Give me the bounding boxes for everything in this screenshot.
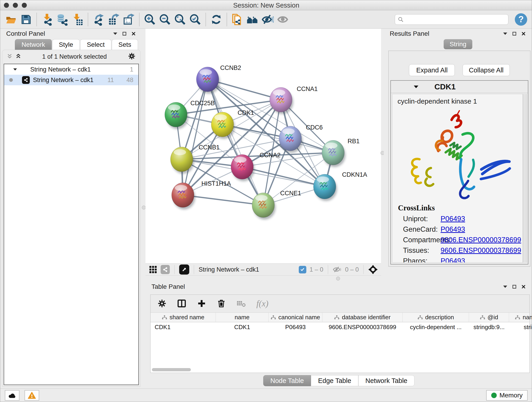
- control-panel-collapse-button[interactable]: [111, 30, 120, 37]
- network-collection-row[interactable]: String Network – cdk1 1: [4, 64, 138, 75]
- tab-network[interactable]: Network: [15, 39, 52, 50]
- home-layout-button[interactable]: [245, 12, 260, 27]
- save-session-button[interactable]: [19, 12, 34, 27]
- node-RB1[interactable]: [322, 140, 346, 167]
- node-CCNE1[interactable]: [252, 193, 276, 220]
- left-splitter[interactable]: [142, 29, 146, 389]
- memory-button[interactable]: Memory: [486, 390, 528, 401]
- edge[interactable]: [183, 100, 281, 195]
- open-folder-icon: [5, 13, 17, 26]
- export-table-button[interactable]: [106, 12, 121, 27]
- edge[interactable]: [183, 79, 208, 195]
- gene-collapse-caret[interactable]: [414, 85, 418, 88]
- table-cell[interactable]: cyclin-dependent ...: [403, 322, 469, 332]
- refresh-layout-button[interactable]: [209, 12, 224, 27]
- results-panel-float-button[interactable]: [510, 30, 519, 37]
- network-canvas[interactable]: CCNB2CCNA1CDC25BCDK1CDC6RB1CCNB1CCNA2CDK…: [146, 29, 381, 263]
- zoom-selected-button[interactable]: [188, 12, 203, 27]
- node-CCNA1[interactable]: [270, 87, 293, 114]
- column-header-database-identifier[interactable]: database identifier: [322, 313, 403, 322]
- gene-description: cyclin-dependent kinase 1: [393, 94, 523, 105]
- control-panel-float-button[interactable]: [120, 30, 129, 37]
- network-share-icon[interactable]: [161, 265, 170, 274]
- table-cell[interactable]: P06493: [268, 322, 322, 332]
- tab-edge-table[interactable]: Edge Table: [311, 375, 358, 386]
- table-cell[interactable]: stringdb: [509, 322, 532, 332]
- table-panel-collapse-button[interactable]: [500, 283, 510, 290]
- crosslink-link[interactable]: P06493: [441, 225, 465, 234]
- tab-node-table[interactable]: Node Table: [263, 375, 311, 386]
- import-network-database-button[interactable]: [55, 12, 70, 27]
- pan-crosshair-icon[interactable]: [368, 265, 378, 274]
- gene-entry-header[interactable]: CDK1: [391, 81, 528, 93]
- cloud-status-button[interactable]: [5, 390, 19, 401]
- show-columns-icon[interactable]: [177, 298, 187, 308]
- table-panel-float-button[interactable]: [510, 283, 519, 290]
- import-network-file-button[interactable]: [40, 12, 55, 27]
- node-CDKN1A[interactable]: [313, 174, 337, 201]
- selected-nodes-checkbox[interactable]: [299, 266, 306, 274]
- results-panel-collapse-button[interactable]: [500, 30, 510, 37]
- collection-expand-caret[interactable]: [13, 68, 17, 70]
- expand-all-networks-icon[interactable]: [16, 54, 21, 60]
- node-CCNB2[interactable]: [196, 67, 220, 94]
- show-all-button[interactable]: [275, 12, 290, 27]
- delete-column-trash-icon[interactable]: [216, 299, 226, 308]
- string-results-box: Expand All Collapse All CDK1 cyclin-depe…: [388, 51, 530, 267]
- annotation-button[interactable]: [230, 12, 245, 27]
- help-button[interactable]: ?: [515, 13, 527, 26]
- export-image-button[interactable]: [121, 12, 136, 27]
- create-column-plus-icon[interactable]: [197, 299, 206, 308]
- table-cell[interactable]: CDK1: [216, 322, 268, 332]
- node-CDK1[interactable]: [211, 112, 235, 139]
- export-network-button[interactable]: [91, 12, 106, 27]
- table-row[interactable]: CDK1CDK1P064939606.ENSP00000378699cyclin…: [151, 322, 530, 332]
- table-options-gear-icon[interactable]: [157, 299, 167, 308]
- birds-eye-grid-icon[interactable]: [149, 265, 157, 274]
- node-label-CCNE1: CCNE1: [280, 190, 301, 197]
- column-header-description[interactable]: description: [403, 313, 469, 322]
- crosslink-row: Tissues:9606.ENSP00000378699: [393, 245, 523, 256]
- table-type-tabs: Node TableEdge TableNetwork Table: [146, 374, 532, 387]
- crosslink-link[interactable]: 9606.ENSP00000378699: [441, 246, 521, 255]
- warnings-button[interactable]: [25, 390, 39, 401]
- node-CCNA2[interactable]: [231, 154, 254, 181]
- tab-network-table[interactable]: Network Table: [358, 375, 414, 386]
- zoom-out-button[interactable]: [157, 12, 172, 27]
- table-horizontal-scrollbar[interactable]: [152, 368, 191, 371]
- control-panel-close-button[interactable]: [129, 30, 138, 37]
- expand-all-button[interactable]: Expand All: [409, 64, 455, 76]
- open-session-button[interactable]: [3, 12, 19, 27]
- results-panel-close-button[interactable]: [519, 30, 528, 37]
- import-table-file-button[interactable]: [70, 12, 85, 27]
- search-input[interactable]: [405, 16, 505, 23]
- hide-selected-button[interactable]: [260, 12, 275, 27]
- results-scrollbar[interactable]: [523, 94, 526, 263]
- table-panel-close-button[interactable]: [519, 283, 528, 290]
- zoom-fit-button[interactable]: [172, 12, 188, 27]
- zoom-in-button[interactable]: [142, 12, 157, 27]
- node-CDC25B[interactable]: [165, 102, 188, 129]
- results-tab-string[interactable]: String: [443, 39, 472, 49]
- tab-select[interactable]: Select: [80, 39, 111, 50]
- column-header-canonical-name[interactable]: canonical name: [268, 313, 322, 322]
- column-header-namespace[interactable]: namespace: [509, 313, 532, 322]
- table-cell[interactable]: CDK1: [151, 322, 216, 332]
- crosslink-link[interactable]: 9606.ENSP00000378699: [441, 236, 521, 244]
- table-cell[interactable]: stringdb:9...: [469, 322, 509, 332]
- main-toolbar: ?: [0, 10, 532, 29]
- network-options-gear-icon[interactable]: [128, 52, 136, 61]
- column-header-name[interactable]: name: [216, 313, 268, 322]
- table-cell[interactable]: 9606.ENSP00000378699: [322, 322, 403, 332]
- tab-sets[interactable]: Sets: [112, 39, 138, 50]
- collapse-all-networks-icon[interactable]: [7, 54, 12, 60]
- collapse-all-button[interactable]: Collapse All: [462, 64, 510, 76]
- column-header-@id[interactable]: @id: [469, 313, 509, 322]
- column-header-shared-name[interactable]: shared name: [151, 313, 216, 322]
- network-graph[interactable]: CCNB2CCNA1CDC25BCDK1CDC6RB1CCNB1CCNA2CDK…: [146, 29, 381, 263]
- open-in-new-window-icon[interactable]: [179, 264, 189, 274]
- tab-style[interactable]: Style: [52, 39, 80, 50]
- crosslink-link[interactable]: P06493: [441, 257, 465, 263]
- crosslink-link[interactable]: P06493: [441, 215, 465, 223]
- network-row[interactable]: String Network – cdk1 11 48: [4, 75, 138, 85]
